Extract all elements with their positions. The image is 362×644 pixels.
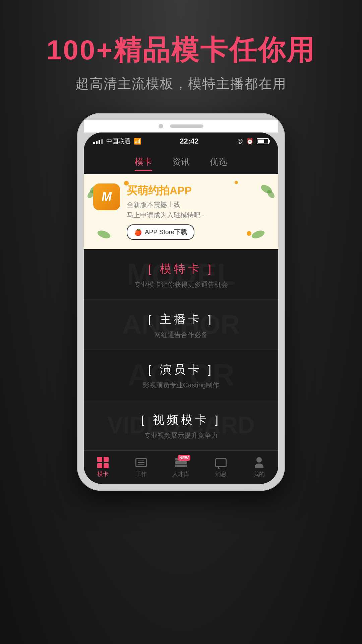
battery-icon [257,138,269,144]
banner-subtitle2: 马上申请成为入驻模特吧~ [127,211,269,220]
status-left: 中国联通 📶 [93,137,141,145]
bottom-nav-message[interactable]: 消息 [214,457,228,478]
category-title-actor: [ 演员卡 ] [97,362,265,377]
category-subtitle-anchor: 网红通告合作必备 [97,330,265,339]
banner-title: 买萌约拍APP [127,183,269,198]
talent-label: 人才库 [172,470,189,478]
page-subtitle: 超高清主流模板，模特主播都在用 [47,74,316,93]
clock: 22:42 [180,137,198,146]
bottom-nav-moka[interactable]: 模卡 [96,457,110,478]
download-button[interactable]: 🍎 APP Store下载 [127,224,194,240]
phone-notch [84,120,278,132]
bottom-nav-talent[interactable]: NEW 人才库 [172,457,189,478]
category-subtitle-video: 专业视频展示提升竞争力 [97,431,265,440]
banner-subtitle1: 全新版本震撼上线 [127,200,269,209]
category-video[interactable]: VIDEO CARD [ 视频模卡 ] 专业视频展示提升竞争力 [84,400,278,450]
promo-banner[interactable]: M 买萌约拍APP 全新版本震撼上线 马上申请成为入驻模特吧~ 🍎 APP St… [84,174,278,249]
carrier-label: 中国联通 [106,137,130,145]
status-bar: 中国联通 📶 22:42 @ ⏰ [84,132,278,150]
top-text-area: 100+精品模卡任你用 超高清主流模板，模特主播都在用 [33,0,329,113]
category-subtitle-model: 专业模卡让你获得更多通告机会 [97,280,265,289]
message-label: 消息 [215,470,227,478]
front-camera [159,124,163,128]
tab-moka[interactable]: 模卡 [135,156,152,170]
category-title-model: [ 模特卡 ] [97,261,265,277]
nav-tabs: 模卡 资讯 优选 [84,150,278,174]
phone-screen: 中国联通 📶 22:42 @ ⏰ 模卡 资讯 [84,132,278,484]
status-right: @ ⏰ [237,138,269,145]
page-title: 100+精品模卡任你用 [47,34,316,66]
wifi-icon: 📶 [134,138,141,145]
signal-icon [93,139,103,144]
apple-icon: 🍎 [134,228,142,236]
alarm-icon: ⏰ [246,138,253,145]
tab-select[interactable]: 优选 [210,156,227,170]
banner-content: M 买萌约拍APP 全新版本震撼上线 马上申请成为入驻模特吧~ 🍎 APP St… [93,183,269,240]
categories-list: MODEL [ 模特卡 ] 专业模卡让你获得更多通告机会 ANCHOR [ 主播… [84,249,278,450]
category-model[interactable]: MODEL [ 模特卡 ] 专业模卡让你获得更多通告机会 [84,249,278,300]
work-label: 工作 [135,470,147,478]
lock-icon: @ [237,138,243,145]
bottom-nav-work[interactable]: 工作 [134,457,148,478]
banner-text: 买萌约拍APP 全新版本震撼上线 马上申请成为入驻模特吧~ 🍎 APP Stor… [127,183,269,240]
bottom-nav-profile[interactable]: 我的 [252,457,266,478]
category-title-video: [ 视频模卡 ] [97,412,265,428]
profile-icon [252,457,266,468]
bottom-navigation: 模卡 工作 [84,450,278,484]
app-icon: M [93,183,120,210]
profile-label: 我的 [253,470,265,478]
new-badge: NEW [178,455,190,461]
moka-label: 模卡 [97,470,109,478]
speaker [170,124,203,128]
talent-icon: NEW [174,457,188,468]
category-subtitle-actor: 影视演员专业Casting制作 [97,381,265,390]
download-label: APP Store下载 [145,228,187,236]
phone-mockup: 中国联通 📶 22:42 @ ⏰ 模卡 资讯 [77,113,285,491]
moka-icon [96,457,110,468]
category-title-anchor: [ 主播卡 ] [97,312,265,327]
tab-news[interactable]: 资讯 [172,156,190,170]
category-actor[interactable]: ACTOR [ 演员卡 ] 影视演员专业Casting制作 [84,350,278,400]
work-icon [134,457,148,468]
category-anchor[interactable]: ANCHOR [ 主播卡 ] 网红通告合作必备 [84,300,278,350]
message-icon [214,457,228,468]
